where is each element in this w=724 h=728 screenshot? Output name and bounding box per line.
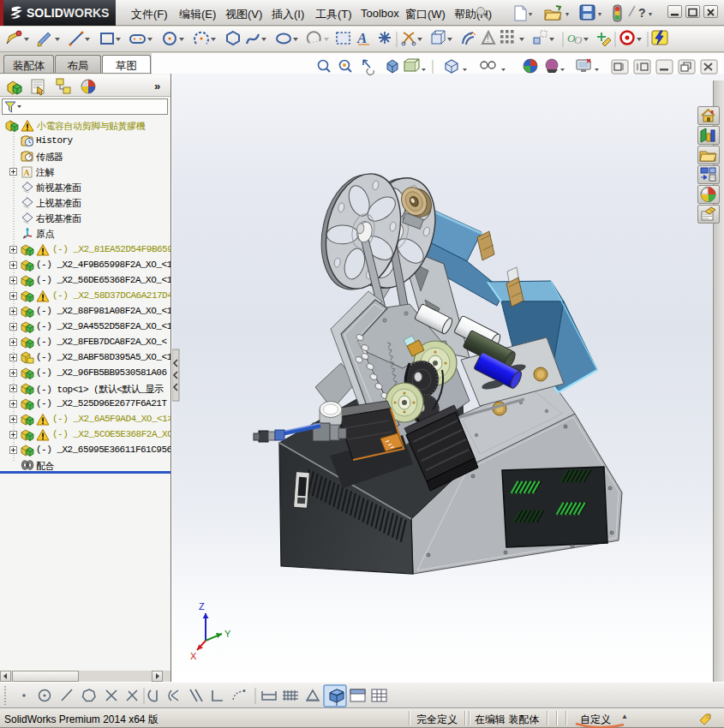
svg-text:A: A — [356, 30, 367, 46]
svg-text:▾: ▾ — [598, 10, 601, 18]
svg-text:▾: ▾ — [565, 10, 569, 18]
svg-text:Y: Y — [224, 629, 231, 639]
svg-text:SOLIDWORKS: SOLIDWORKS — [27, 6, 109, 20]
svg-text:Z: Z — [199, 601, 205, 612]
svg-text:X: X — [190, 651, 197, 661]
svg-text:▾: ▾ — [529, 10, 532, 18]
svg-text:O: O — [574, 33, 583, 46]
svg-text:!: ! — [487, 34, 489, 44]
svg-text:?: ? — [638, 6, 646, 20]
svg-text:»: » — [154, 80, 160, 92]
svg-text:▾: ▾ — [649, 10, 652, 18]
